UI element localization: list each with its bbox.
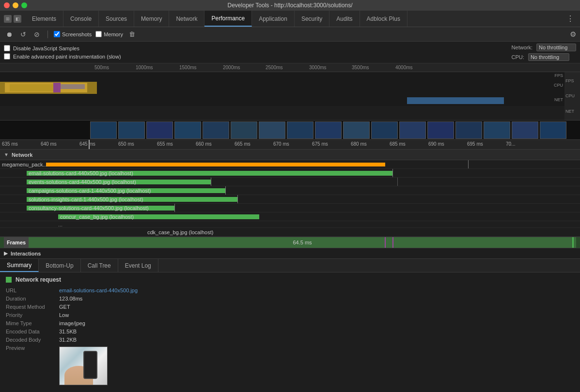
screenshot-thumb[interactable]	[118, 121, 145, 139]
main-tabs: Elements Console Sources Memory Network …	[25, 11, 561, 27]
interactions-expand-arrow: ▶	[4, 250, 8, 256]
tab-call-tree[interactable]: Call Tree	[81, 259, 118, 272]
row-label-email: email-solutions-card-440x500.jpg (localh…	[2, 170, 133, 176]
network-row-email[interactable]: email-solutions-card-440x500.jpg (localh…	[0, 169, 580, 178]
network-header-label: Network	[12, 152, 32, 158]
screenshot-thumb[interactable]	[427, 121, 454, 139]
detail-header: Network request	[6, 276, 574, 283]
clear-button[interactable]: ⊘	[32, 30, 42, 39]
tab-network[interactable]: Network	[169, 11, 204, 27]
close-button[interactable]	[4, 2, 10, 8]
network-row-partial[interactable]: cdk_case_bg.jpg (localhost)	[0, 228, 580, 237]
tab-console[interactable]: Console	[63, 11, 99, 27]
tab-summary[interactable]: Summary	[0, 259, 39, 272]
detail-key-mime: Mime Type	[6, 320, 59, 327]
screenshot-thumb[interactable]	[540, 121, 566, 139]
record-button[interactable]: ⏺	[4, 30, 15, 39]
network-section-header[interactable]: ▼ Network	[0, 150, 580, 160]
screenshot-thumb[interactable]	[455, 121, 482, 139]
tab-bottom-up[interactable]: Bottom-Up	[39, 259, 80, 272]
tab-bar-right: ⋮	[561, 11, 580, 27]
screenshot-thumb[interactable]	[174, 121, 201, 139]
tab-sources[interactable]: Sources	[99, 11, 134, 27]
cpu-right-label: CPU	[565, 93, 575, 98]
ruler-3500: 3500ms	[352, 65, 393, 70]
advanced-paint-option: Enable advanced paint instrumentation (s…	[4, 53, 121, 60]
tab-event-log[interactable]: Event Log	[118, 259, 158, 272]
memory-label: Memory	[104, 31, 123, 37]
interactions-section[interactable]: ▶ Interactions	[0, 248, 580, 259]
row-label-events: events-solutions-card-440x500.jpg (local…	[2, 179, 136, 185]
detail-val-preview-container	[59, 345, 574, 385]
detail-val-priority: Low	[59, 312, 574, 318]
screenshot-strip	[0, 121, 580, 140]
detail-key-duration: Duration	[6, 295, 59, 302]
dock-side-button[interactable]: ◧	[14, 15, 21, 23]
network-section: ▼ Network megamenu_pack... email-solutio…	[0, 150, 580, 237]
network-throttle-row: Network: No throttling Fast 3G Slow 3G	[512, 44, 576, 51]
settings-button[interactable]: ⚙	[570, 30, 576, 39]
maximize-button[interactable]	[21, 2, 27, 8]
reload-button[interactable]: ↺	[18, 30, 28, 39]
tab-security[interactable]: Security	[295, 11, 329, 27]
screenshot-thumb[interactable]	[259, 121, 285, 139]
memory-checkbox[interactable]	[95, 31, 102, 37]
detail-val-mime: image/jpeg	[59, 320, 574, 327]
cpu-label: CPU	[554, 83, 563, 88]
screenshot-thumb[interactable]	[287, 121, 314, 139]
network-row-events[interactable]: events-solutions-card-440x500.jpg (local…	[0, 178, 580, 186]
screenshot-thumb[interactable]	[371, 121, 398, 139]
dock-controls: ⊞ ◧	[0, 11, 25, 27]
screenshot-thumb[interactable]	[399, 121, 426, 139]
zoom-label-660: 660 ms	[196, 141, 212, 147]
net-right-label: NET	[565, 109, 574, 114]
ruler-500: 500ms	[94, 65, 136, 70]
tab-adblock[interactable]: Adblock Plus	[360, 11, 408, 27]
zoom-label-640: 640 ms	[41, 141, 57, 147]
network-throttle-select[interactable]: No throttling Fast 3G Slow 3G	[536, 44, 576, 51]
ruler-2500: 2500ms	[266, 65, 307, 70]
memory-checkbox-label[interactable]: Memory	[95, 31, 123, 37]
tab-memory[interactable]: Memory	[134, 11, 169, 27]
fps-label: FPS	[554, 73, 563, 78]
screenshots-checkbox[interactable]	[54, 31, 60, 37]
network-row-consultancy[interactable]: consultancy-solutions-card-440x500.jpg (…	[0, 204, 580, 212]
minimize-button[interactable]	[13, 2, 18, 8]
window-controls[interactable]	[4, 2, 27, 8]
network-rows: email-solutions-card-440x500.jpg (localh…	[0, 169, 580, 237]
advanced-paint-checkbox[interactable]	[4, 53, 10, 60]
screenshot-thumb[interactable]	[315, 121, 342, 139]
screenshot-thumb[interactable]	[484, 121, 510, 139]
detail-table: URL email-solutions-card-440x500.jpg Dur…	[6, 287, 574, 385]
disable-js-checkbox[interactable]	[4, 45, 10, 51]
title-bar: Developer Tools - http://localhost:3000/…	[0, 0, 580, 11]
frames-end-marker	[572, 237, 574, 248]
screenshot-thumb[interactable]	[203, 121, 229, 139]
detail-key-decoded: Decoded Body	[6, 336, 59, 343]
screenshot-thumb[interactable]	[512, 121, 538, 139]
network-row-concur[interactable]: concur_case_bg.jpg (localhost)	[0, 212, 580, 221]
screenshot-thumb[interactable]	[343, 121, 370, 139]
tab-performance[interactable]: Performance	[204, 11, 252, 27]
cpu-throttle-select[interactable]: No throttling 2x slowdown 4x slowdown	[528, 53, 569, 61]
tab-application[interactable]: Application	[252, 11, 295, 27]
more-options-button[interactable]: ⋮	[564, 12, 576, 25]
tab-audits[interactable]: Audits	[329, 11, 360, 27]
screenshot-thumb[interactable]	[231, 121, 257, 139]
network-row-campaigns[interactable]: campaigns-solutions-card-1-440x500.jpg (…	[0, 186, 580, 195]
interactions-label: Interactions	[11, 251, 41, 256]
preview-box	[59, 347, 108, 385]
dock-undock-button[interactable]: ⊞	[4, 15, 12, 23]
detail-key-encoded: Encoded Data	[6, 328, 59, 335]
network-row-megamenu[interactable]: megamenu_pack...	[0, 160, 580, 169]
ruler-2000: 2000ms	[223, 65, 264, 70]
screenshots-checkbox-label[interactable]: Screenshots	[54, 31, 92, 37]
zoom-label-655: 655 ms	[157, 141, 173, 147]
detail-val-url[interactable]: email-solutions-card-440x500.jpg	[59, 287, 574, 294]
network-row-insights[interactable]: solutions-insights-card-1-440x500.jpg (l…	[0, 195, 580, 204]
tab-elements[interactable]: Elements	[25, 11, 63, 27]
row-label-concur: concur_case_bg.jpg (localhost)	[2, 214, 134, 220]
screenshot-thumb[interactable]	[146, 121, 173, 139]
screenshot-thumb[interactable]	[90, 121, 117, 139]
delete-button[interactable]: 🗑	[127, 30, 137, 39]
